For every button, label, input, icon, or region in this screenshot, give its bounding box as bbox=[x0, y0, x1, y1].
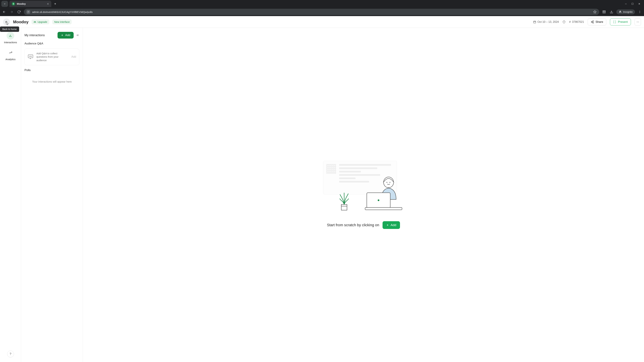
app-body: Interactions Analytics ? My interactions… bbox=[0, 28, 644, 362]
svg-line-19 bbox=[592, 22, 593, 23]
calendar-icon bbox=[533, 20, 536, 23]
start-text: Start from scratch by clicking on bbox=[327, 223, 379, 227]
share-label: Share bbox=[596, 20, 603, 24]
new-tab-button[interactable]: + bbox=[53, 2, 58, 6]
reload-button[interactable] bbox=[16, 9, 22, 14]
window-controls: ─ ☐ ✕ bbox=[625, 2, 643, 5]
polls-empty-text: Your interactions will appear here bbox=[24, 80, 79, 83]
bookmark-button[interactable] bbox=[593, 10, 596, 13]
shield-icon bbox=[562, 20, 566, 23]
plus-icon bbox=[386, 224, 389, 226]
nav-forward-button[interactable] bbox=[9, 9, 14, 14]
incognito-icon bbox=[619, 10, 622, 13]
share-button[interactable]: Share bbox=[588, 18, 606, 25]
svg-point-17 bbox=[593, 22, 594, 23]
qa-prompt-text: Add Q&A to collect questions from your a… bbox=[36, 52, 69, 62]
incognito-label: Incognito bbox=[623, 10, 632, 13]
svg-point-15 bbox=[593, 21, 594, 21]
extensions-button[interactable] bbox=[602, 9, 606, 14]
reload-icon bbox=[17, 10, 21, 13]
svg-point-21 bbox=[638, 22, 638, 22]
rail-item-analytics[interactable]: Analytics bbox=[5, 49, 16, 61]
rail-label: Interactions bbox=[4, 41, 17, 44]
close-window-button[interactable]: ✕ bbox=[638, 2, 640, 5]
chevron-down-icon bbox=[4, 3, 6, 5]
svg-point-9 bbox=[640, 12, 640, 13]
svg-point-28 bbox=[29, 56, 30, 56]
tab-close-button[interactable]: ✕ bbox=[47, 2, 49, 5]
svg-point-38 bbox=[378, 199, 379, 201]
svg-marker-5 bbox=[594, 10, 596, 13]
crown-icon bbox=[34, 21, 36, 23]
browser-tab[interactable]: S Moodoy ✕ bbox=[10, 1, 51, 7]
event-title: Moodoy bbox=[13, 19, 28, 24]
svg-point-20 bbox=[636, 22, 637, 22]
plus-icon bbox=[61, 34, 64, 36]
browser-toolbar: admin.sli.do/event/t4KbXZJUCAgYVHf8EV3dQ… bbox=[0, 8, 644, 16]
help-button[interactable]: ? bbox=[7, 351, 14, 357]
main-canvas: Start from scratch by clicking on Add bbox=[83, 28, 644, 362]
bar-chart-icon bbox=[8, 34, 12, 37]
favicon-icon: S bbox=[12, 2, 15, 5]
svg-point-29 bbox=[30, 56, 31, 56]
svg-point-35 bbox=[390, 182, 390, 183]
address-bar[interactable]: admin.sli.do/event/t4KbXZJUCAgYVHf8EV3dQ… bbox=[24, 9, 599, 15]
svg-point-16 bbox=[591, 21, 592, 22]
app-header: Back to home Moodoy Upgrade New interfac… bbox=[0, 16, 644, 28]
qa-heading: Audience Q&A bbox=[24, 42, 79, 45]
security-settings-button[interactable] bbox=[562, 20, 566, 23]
svg-point-34 bbox=[386, 182, 387, 183]
svg-point-30 bbox=[31, 56, 32, 56]
svg-rect-31 bbox=[341, 204, 347, 210]
interactions-panel: My interactions Add Audience Q&A Add Q&A… bbox=[21, 28, 83, 362]
maximize-button[interactable]: ☐ bbox=[632, 2, 634, 5]
qr-icon bbox=[326, 164, 336, 174]
new-interface-label: New interface bbox=[54, 20, 70, 23]
add-interaction-button[interactable]: Add bbox=[58, 32, 74, 38]
upgrade-label: Upgrade bbox=[38, 20, 47, 23]
nav-back-button[interactable] bbox=[2, 9, 7, 14]
canvas-add-button[interactable]: Add bbox=[382, 221, 400, 229]
collapse-panel-button[interactable] bbox=[76, 33, 79, 37]
downloads-button[interactable] bbox=[609, 9, 614, 14]
chevrons-left-icon bbox=[76, 33, 79, 37]
incognito-indicator[interactable]: Incognito bbox=[616, 9, 635, 14]
minimize-button[interactable]: ─ bbox=[625, 2, 627, 5]
polls-heading: Polls bbox=[24, 68, 79, 72]
tab-search-button[interactable] bbox=[1, 1, 8, 7]
app: Back to home Moodoy Upgrade New interfac… bbox=[0, 16, 644, 362]
arrow-left-icon bbox=[2, 10, 6, 13]
qa-add-button[interactable]: Add bbox=[72, 55, 76, 58]
svg-point-7 bbox=[640, 11, 640, 11]
qa-add-card[interactable]: Add Q&A to collect questions from your a… bbox=[24, 49, 79, 65]
url-text: admin.sli.do/event/t4KbXZJUCAgYVHf8EV3dQ… bbox=[32, 10, 92, 13]
more-options-button[interactable] bbox=[634, 18, 641, 26]
arrow-right-icon bbox=[10, 10, 13, 13]
browser-menu-button[interactable] bbox=[637, 9, 642, 14]
svg-rect-37 bbox=[365, 207, 402, 210]
person-laptop-icon bbox=[364, 174, 404, 211]
event-code[interactable]: # 37867021 bbox=[569, 20, 584, 23]
hash-icon: # bbox=[569, 20, 571, 23]
present-label: Present bbox=[618, 20, 628, 24]
star-icon bbox=[593, 10, 596, 13]
plant-icon bbox=[336, 189, 352, 211]
svg-rect-11 bbox=[534, 21, 536, 23]
arrow-left-icon bbox=[5, 20, 8, 24]
new-interface-badge[interactable]: New interface bbox=[52, 19, 72, 24]
upgrade-button[interactable]: Upgrade bbox=[32, 19, 49, 24]
chat-icon bbox=[28, 54, 34, 60]
dots-icon bbox=[636, 20, 639, 23]
site-info-icon[interactable] bbox=[26, 10, 30, 14]
download-icon bbox=[610, 10, 613, 13]
event-date-range: Oct 10 – 13, 2024 bbox=[533, 20, 559, 23]
nav-rail: Interactions Analytics ? bbox=[0, 28, 21, 362]
rail-item-interactions[interactable]: Interactions bbox=[4, 32, 17, 44]
fullscreen-icon bbox=[613, 20, 616, 23]
present-button[interactable]: Present bbox=[610, 18, 631, 25]
trend-up-icon bbox=[9, 51, 12, 54]
puzzle-icon bbox=[602, 10, 606, 13]
back-to-home-button[interactable]: Back to home bbox=[3, 18, 10, 25]
add-label: Add bbox=[390, 223, 396, 227]
date-text: Oct 10 – 13, 2024 bbox=[538, 20, 559, 23]
